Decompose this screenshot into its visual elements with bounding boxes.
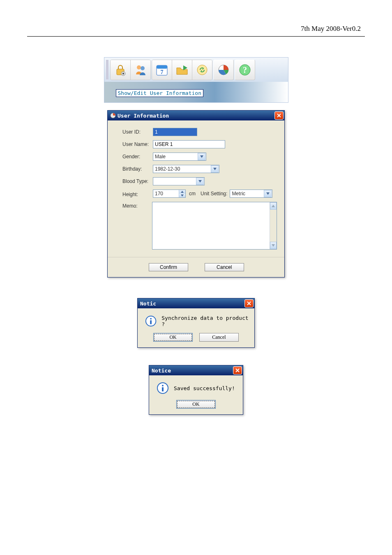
svg-point-16 bbox=[162, 385, 164, 386]
label-blood-type: Blood Type: bbox=[122, 177, 153, 184]
chevron-up-icon bbox=[179, 190, 185, 194]
birthday-picker[interactable]: 1982-12-30 bbox=[153, 165, 219, 173]
dialog-titlebar[interactable]: Notic bbox=[138, 298, 254, 308]
memo-textarea[interactable] bbox=[152, 202, 277, 250]
show-edit-user-tooltip: Show/Edit User Information bbox=[116, 89, 204, 97]
user-information-dialog: User Information User ID: User Name: Gen… bbox=[107, 110, 285, 278]
notice-sync-message: Synchronize data to product ? bbox=[161, 315, 249, 327]
scroll-up-icon bbox=[270, 202, 277, 210]
pie-chart-button[interactable] bbox=[213, 60, 234, 80]
confirm-button[interactable]: Confirm bbox=[149, 263, 188, 271]
help-icon: ? bbox=[238, 63, 252, 77]
svg-point-13 bbox=[150, 318, 152, 319]
height-unit-label: cm bbox=[189, 191, 196, 197]
close-button[interactable] bbox=[244, 299, 254, 308]
close-icon bbox=[235, 368, 240, 372]
lock-icon bbox=[113, 63, 127, 77]
scrollbar[interactable] bbox=[270, 202, 277, 249]
gender-select-value: Male bbox=[155, 154, 166, 160]
page-header: 7th May 2008-Ver0.2 bbox=[27, 25, 365, 33]
svg-text:?: ? bbox=[243, 65, 247, 74]
svg-point-4 bbox=[141, 66, 145, 70]
birthday-value: 1982-12-30 bbox=[155, 166, 180, 172]
folder-button[interactable] bbox=[172, 60, 192, 80]
chevron-down-icon bbox=[196, 178, 204, 185]
toolbar: 7 bbox=[104, 58, 288, 82]
ok-button[interactable]: OK bbox=[176, 400, 216, 409]
cancel-button[interactable]: Cancel bbox=[199, 333, 239, 342]
scroll-down-icon bbox=[270, 242, 277, 249]
sync-icon bbox=[195, 63, 209, 77]
svg-rect-6 bbox=[157, 65, 167, 69]
cancel-button[interactable]: Cancel bbox=[205, 263, 244, 271]
label-unit-setting: Unit Setting: bbox=[201, 191, 227, 197]
user-id-field[interactable] bbox=[153, 128, 197, 136]
svg-point-7 bbox=[197, 65, 207, 75]
info-icon bbox=[145, 315, 157, 327]
help-button[interactable]: ? bbox=[235, 60, 255, 80]
header-rule bbox=[27, 36, 365, 37]
calendar-button[interactable]: 7 bbox=[152, 60, 172, 80]
toolbar-grip[interactable] bbox=[106, 60, 108, 80]
toolbar-group-2: 7 bbox=[152, 60, 212, 80]
dialog-button-bar: Confirm Cancel bbox=[108, 257, 284, 277]
dialog-title: User Information bbox=[118, 113, 274, 119]
label-user-id: User ID: bbox=[122, 128, 153, 135]
folder-arrow-icon bbox=[175, 63, 189, 77]
sync-button[interactable] bbox=[192, 60, 212, 80]
height-stepper[interactable]: 170 bbox=[153, 190, 186, 198]
calendar-day: 7 bbox=[160, 69, 163, 75]
dialog-title: Notic bbox=[140, 301, 244, 307]
user-name-field[interactable] bbox=[153, 140, 225, 148]
svg-rect-14 bbox=[150, 320, 152, 324]
gender-select[interactable]: Male bbox=[153, 153, 206, 161]
svg-rect-17 bbox=[162, 387, 164, 391]
toolbar-banner: Show/Edit User Information bbox=[104, 82, 288, 102]
chevron-down-icon bbox=[198, 153, 205, 160]
stepper-buttons[interactable] bbox=[179, 190, 185, 197]
calendar-icon: 7 bbox=[155, 63, 169, 77]
close-button[interactable] bbox=[233, 366, 242, 375]
app-icon bbox=[110, 113, 116, 118]
close-icon bbox=[277, 113, 281, 118]
notice-saved-dialog: Notice Saved successfully! OK bbox=[149, 365, 243, 415]
close-icon bbox=[247, 301, 251, 305]
lock-button[interactable] bbox=[111, 60, 131, 80]
dialog-title: Notice bbox=[152, 368, 233, 374]
toolbar-screenshot: 7 bbox=[104, 57, 288, 103]
unit-setting-value: Metric bbox=[232, 191, 245, 197]
notice-sync-dialog: Notic Synchronize data to product ? OK C… bbox=[137, 298, 255, 348]
blood-type-select[interactable] bbox=[153, 177, 205, 185]
notice-saved-message: Saved successfully! bbox=[174, 385, 235, 391]
users-icon bbox=[134, 63, 148, 77]
pie-chart-icon bbox=[217, 63, 231, 77]
toolbar-group-1 bbox=[110, 60, 151, 80]
chevron-down-icon bbox=[264, 190, 272, 197]
label-height: Height: bbox=[122, 190, 153, 197]
dialog-titlebar[interactable]: User Information bbox=[108, 111, 284, 120]
ok-button[interactable]: OK bbox=[153, 333, 193, 342]
label-birthday: Birthday: bbox=[122, 165, 153, 172]
chevron-down-icon bbox=[211, 165, 219, 173]
height-value: 170 bbox=[153, 190, 179, 197]
svg-point-2 bbox=[122, 73, 124, 74]
svg-point-3 bbox=[137, 65, 141, 69]
label-memo: Memo: bbox=[122, 202, 152, 209]
close-button[interactable] bbox=[274, 111, 284, 120]
unit-setting-select[interactable]: Metric bbox=[230, 190, 272, 198]
info-icon bbox=[157, 382, 169, 394]
chevron-down-icon bbox=[179, 194, 185, 197]
dialog-titlebar[interactable]: Notice bbox=[149, 365, 243, 375]
label-gender: Gender: bbox=[122, 153, 153, 160]
label-user-name: User Name: bbox=[122, 140, 153, 147]
users-button[interactable] bbox=[131, 60, 150, 80]
